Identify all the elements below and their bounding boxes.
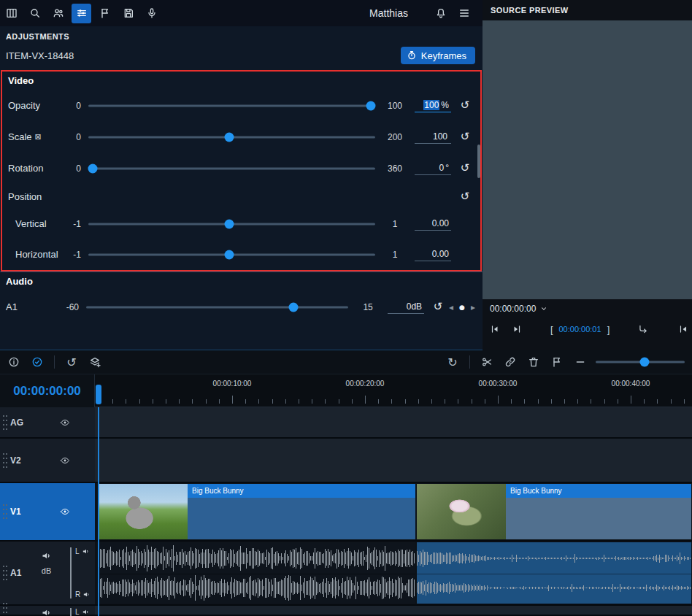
opacity-slider[interactable] — [88, 100, 375, 112]
audio-section-title: Audio — [0, 272, 483, 291]
keyframe-dot-icon[interactable]: ● — [459, 304, 465, 311]
scale-input[interactable]: 100 — [415, 131, 451, 144]
channel-left-speaker-icon[interactable] — [82, 608, 90, 616]
add-track-icon[interactable] — [85, 353, 104, 371]
rotation-input[interactable]: 0° — [415, 162, 451, 175]
scale-reset-button[interactable]: ↺ — [457, 131, 473, 142]
save-icon[interactable] — [118, 4, 138, 23]
mark-out-button[interactable]: ] — [607, 324, 610, 335]
track-ag-content[interactable] — [95, 407, 692, 437]
track-v1-header[interactable]: V1 — [0, 483, 95, 540]
notifications-bell-icon[interactable] — [431, 4, 450, 23]
a1-reset-button[interactable]: ↺ — [430, 301, 446, 312]
ruler-label: 00:00:20:00 — [346, 380, 385, 388]
vertical-slider[interactable] — [88, 218, 375, 230]
source-preview-viewport[interactable] — [483, 20, 692, 299]
step-forward-icon[interactable] — [510, 323, 523, 336]
track-ag-header[interactable]: AG — [0, 407, 95, 437]
approve-check-icon[interactable] — [28, 353, 47, 371]
drag-grip-icon[interactable] — [2, 414, 7, 431]
horizontal-slider[interactable] — [88, 249, 375, 261]
video-clip-1[interactable]: Big Buck Bunny — [99, 484, 415, 539]
vertical-input[interactable]: 0.00 — [415, 217, 451, 231]
ruler-label: 00:00:30:00 — [479, 380, 518, 388]
track-v1-visibility-eye-icon[interactable] — [58, 507, 72, 517]
horizontal-max: 1 — [378, 250, 412, 260]
prev-keyframe-icon[interactable]: ◂ — [449, 302, 453, 312]
a1-min: -60 — [54, 302, 79, 312]
search-icon[interactable] — [25, 4, 45, 23]
drag-grip-icon[interactable] — [2, 601, 7, 616]
marker-icon[interactable] — [95, 4, 115, 23]
source-timecode-dropdown[interactable]: 00:00:00:00 — [483, 299, 692, 318]
cut-scissors-icon[interactable] — [477, 353, 496, 371]
position-label: Position — [8, 191, 56, 202]
track-a1-content[interactable] — [95, 542, 692, 604]
delete-trash-icon[interactable] — [524, 353, 543, 371]
audio-clip-2[interactable] — [417, 542, 691, 604]
track-a1-mute-speaker-icon[interactable] — [41, 550, 52, 561]
horizontal-input[interactable]: 0.00 — [415, 248, 451, 261]
clip-thumbnail — [417, 484, 506, 539]
waveform-left-channel — [417, 544, 691, 572]
opacity-input[interactable]: 100% — [415, 99, 451, 112]
track-a1-header[interactable]: A1 dB L R — [0, 542, 95, 604]
scale-link-icon[interactable]: ⊠ — [35, 132, 42, 142]
keyframes-button[interactable]: Keyframes — [401, 47, 475, 64]
a1-gain-input[interactable]: 0dB — [388, 301, 424, 314]
rotation-reset-button[interactable]: ↺ — [457, 163, 473, 174]
video-clip-2[interactable]: Big Buck Bunny — [417, 484, 691, 539]
playhead-handle[interactable] — [96, 385, 101, 404]
rotation-slider[interactable] — [88, 163, 375, 174]
channel-right-speaker-icon[interactable] — [82, 590, 91, 598]
users-icon[interactable] — [48, 4, 68, 23]
track-v2-visibility-eye-icon[interactable] — [58, 455, 72, 465]
drag-grip-icon[interactable] — [2, 503, 7, 520]
timeline-zoom-slider[interactable] — [596, 356, 685, 368]
undo-icon[interactable]: ↺ — [62, 353, 81, 371]
playhead-timecode: 00:00:00:00 — [0, 374, 95, 407]
position-reset-button[interactable]: ↺ — [457, 191, 473, 202]
step-back-icon[interactable] — [488, 323, 501, 336]
panels-icon[interactable] — [1, 4, 21, 23]
subclip-timecode[interactable]: 00:00:00:01 — [559, 325, 601, 334]
adjustments-icon[interactable] — [72, 4, 91, 23]
panel-scrollbar[interactable] — [477, 145, 480, 178]
user-menu[interactable]: Matthias — [369, 7, 408, 19]
track-v1-content[interactable]: Big Buck Bunny Big Buck Bunny — [95, 483, 692, 540]
timeline-ruler[interactable]: 00:00:00:00 00:00:10:0000:00:20:0000:00:… — [0, 374, 692, 407]
mic-icon[interactable] — [142, 4, 161, 23]
track-v2-content[interactable] — [95, 439, 692, 482]
timeline-toolbar: ↺ ↻ — [0, 350, 692, 374]
track-a2-header[interactable]: L — [0, 606, 95, 615]
channel-left-speaker-icon[interactable] — [82, 547, 90, 555]
next-keyframe-icon[interactable]: ▸ — [471, 302, 475, 312]
history-icon[interactable]: ↻ — [443, 353, 462, 371]
timeline-panel: ↺ ↻ 00:00:00:00 00:00:10:0000:00:20:0000… — [0, 350, 692, 616]
drag-grip-icon[interactable] — [2, 452, 7, 469]
opacity-reset-button[interactable]: ↺ — [457, 100, 473, 111]
vertical-row: Vertical -1 1 0.00 ↺ — [2, 209, 480, 239]
zoom-out-icon[interactable] — [571, 353, 590, 371]
info-icon[interactable] — [4, 353, 23, 371]
position-row: Position ↺ — [2, 184, 480, 209]
create-subclip-icon[interactable] — [637, 323, 650, 336]
a1-gain-slider[interactable] — [86, 301, 348, 313]
source-preview-title: SOURCE PREVIEW — [483, 0, 692, 20]
track-a2-content[interactable] — [95, 606, 692, 615]
track-v2-header[interactable]: V2 — [0, 439, 95, 482]
go-to-start-icon[interactable] — [677, 323, 690, 336]
rotation-row: Rotation 0 360 0° ↺ — [2, 153, 480, 184]
opacity-max: 100 — [378, 101, 412, 111]
link-icon[interactable] — [501, 353, 520, 371]
mark-in-button[interactable]: [ — [550, 324, 553, 335]
track-a2-mute-speaker-icon[interactable] — [41, 607, 52, 616]
drag-grip-icon[interactable] — [2, 564, 7, 582]
menu-icon[interactable] — [455, 4, 474, 23]
timeline-marker-icon[interactable] — [547, 353, 566, 371]
track-ag-visibility-eye-icon[interactable] — [58, 417, 72, 427]
scale-slider[interactable] — [88, 131, 375, 143]
vertical-label: Vertical — [8, 218, 56, 229]
waveform-right-channel — [417, 574, 691, 601]
audio-clip-1[interactable] — [99, 542, 415, 604]
